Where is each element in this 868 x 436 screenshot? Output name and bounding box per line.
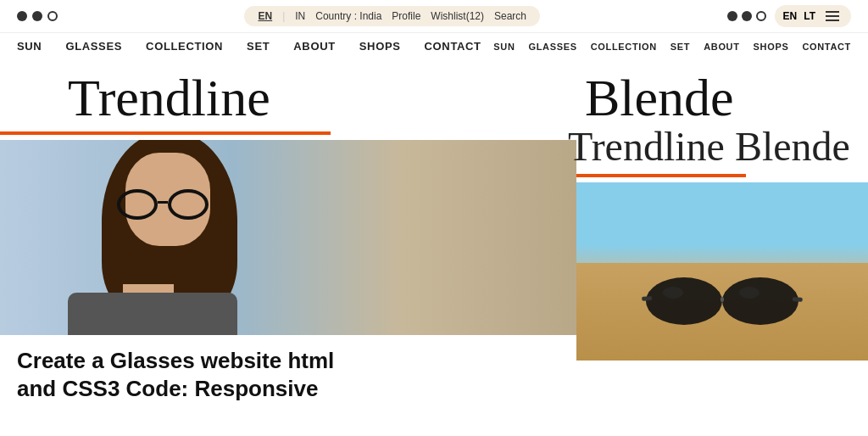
logo-left — [17, 11, 58, 21]
hamburger-line-1 — [826, 11, 839, 13]
svg-rect-3 — [642, 296, 652, 301]
logo-dot-2 — [32, 11, 42, 21]
logo-dot-1 — [17, 11, 27, 21]
svg-point-1 — [722, 277, 798, 325]
lang-en-right[interactable]: EN — [783, 10, 798, 22]
lang-in[interactable]: IN — [295, 10, 305, 22]
hero-caption: Create a Glasses website htmland CSS3 Co… — [0, 335, 568, 411]
nav-right-set[interactable]: SET — [670, 42, 690, 52]
nav-right-shops[interactable]: SHOPS — [754, 42, 789, 52]
svg-rect-4 — [793, 297, 803, 302]
logo-right — [727, 11, 766, 21]
hero-caption-text: Create a Glasses website htmland CSS3 Co… — [17, 348, 334, 401]
hero-section: Trendline Create a Glasses website htmla… — [0, 59, 868, 411]
hamburger-menu[interactable] — [822, 9, 843, 23]
wishlist-link[interactable]: Wishlist(12) — [431, 10, 484, 22]
nav-right-sun[interactable]: SUN — [493, 42, 515, 52]
hero-image-woman — [0, 140, 576, 335]
top-bar-right: EN LT — [727, 5, 851, 27]
nav-right-about[interactable]: ABOUT — [704, 42, 739, 52]
nav-contact[interactable]: CONTACT — [425, 40, 481, 53]
hero-title-sub: Trendline Blende — [568, 123, 850, 170]
hero-title-blende: Blende — [585, 68, 734, 128]
logo-right-dot-2 — [742, 11, 752, 21]
main-nav-right: SUN GLASSES COLLECTION SET ABOUT SHOPS C… — [493, 42, 851, 52]
nav-right-glasses[interactable]: GLASSES — [529, 42, 577, 52]
search-link[interactable]: Search — [494, 10, 526, 22]
nav-about[interactable]: ABOUT — [293, 40, 335, 53]
main-nav: SUN GLASSES COLLECTION SET ABOUT SHOPS C… — [0, 33, 868, 59]
svg-point-6 — [739, 287, 760, 299]
logo-right-dot-1 — [727, 11, 737, 21]
logo-dot-3 — [47, 11, 58, 21]
logo-right-dot-3 — [756, 11, 766, 21]
top-bar: EN | IN Country : India Profile Wishlist… — [0, 0, 868, 33]
hamburger-line-3 — [826, 20, 839, 21]
lang-right: EN LT — [775, 5, 851, 27]
profile-link[interactable]: Profile — [392, 10, 420, 22]
hamburger-line-2 — [826, 15, 839, 17]
svg-rect-2 — [721, 297, 724, 302]
nav-shops[interactable]: SHOPS — [359, 40, 401, 53]
nav-right-collection[interactable]: COLLECTION — [591, 42, 657, 52]
sunglasses-icon — [637, 267, 807, 335]
svg-point-5 — [663, 287, 683, 299]
orange-bar-right — [576, 174, 746, 177]
hero-right: Blende Trendline Blende — [576, 59, 868, 411]
hero-title-trendline: Trendline — [68, 68, 270, 128]
nav-set[interactable]: SET — [247, 40, 270, 53]
country-selector[interactable]: Country : India — [315, 10, 381, 22]
orange-bar-left — [0, 131, 331, 135]
nav-right-contact[interactable]: CONTACT — [802, 42, 851, 52]
hero-left: Trendline Create a Glasses website htmla… — [0, 59, 576, 411]
main-nav-left: SUN GLASSES COLLECTION SET ABOUT SHOPS C… — [17, 40, 481, 53]
nav-glasses[interactable]: GLASSES — [65, 40, 122, 53]
nav-sun[interactable]: SUN — [17, 40, 42, 53]
nav-collection[interactable]: COLLECTION — [146, 40, 223, 53]
svg-point-0 — [646, 277, 722, 325]
lang-lt-right[interactable]: LT — [804, 10, 815, 22]
hero-image-sunglasses — [576, 182, 868, 361]
top-bar-center: EN | IN Country : India Profile Wishlist… — [244, 6, 540, 26]
lang-en[interactable]: EN — [258, 10, 272, 22]
